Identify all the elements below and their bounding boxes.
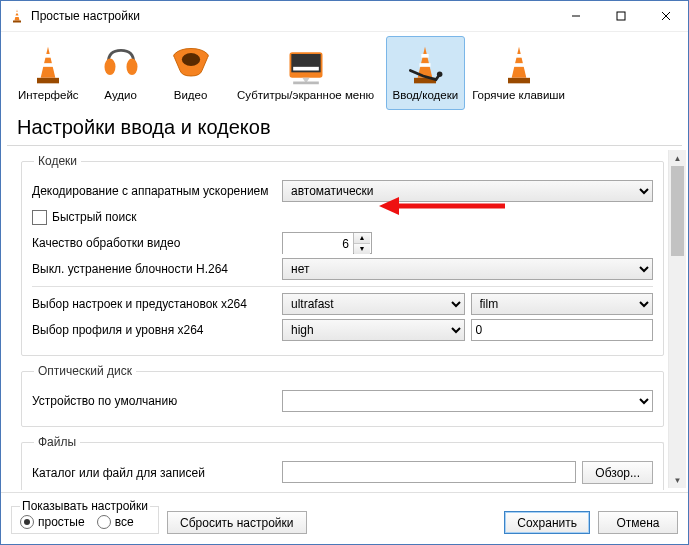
window-title: Простые настройки xyxy=(31,9,553,23)
svg-point-14 xyxy=(181,53,199,66)
video-quality-input[interactable] xyxy=(283,233,353,255)
video-quality-label: Качество обработки видео xyxy=(32,236,282,250)
tab-interface-label: Интерфейс xyxy=(18,89,79,101)
svg-rect-2 xyxy=(15,16,20,18)
svg-point-24 xyxy=(437,71,443,77)
tab-hotkeys-label: Горячие клавиши xyxy=(472,89,565,101)
x264-tune-select[interactable]: film xyxy=(471,293,654,315)
tab-subtitles-label: Субтитры/экранное меню xyxy=(233,89,379,101)
spin-down-icon[interactable]: ▼ xyxy=(354,244,370,254)
svg-rect-9 xyxy=(45,54,52,58)
settings-scroll-area: Кодеки Декодирование с аппаратным ускоре… xyxy=(7,148,668,490)
radio-on-icon xyxy=(20,515,34,529)
radio-all[interactable]: все xyxy=(97,515,134,529)
maximize-button[interactable] xyxy=(598,1,643,31)
svg-marker-8 xyxy=(41,47,56,78)
tab-video[interactable]: Видео xyxy=(156,36,226,110)
audio-icon xyxy=(93,41,149,89)
browse-button[interactable]: Обзор... xyxy=(582,461,653,484)
group-codecs: Кодеки Декодирование с аппаратным ускоре… xyxy=(21,154,664,356)
vlc-cone-icon xyxy=(9,8,25,24)
input-codecs-icon xyxy=(393,41,459,89)
svg-point-13 xyxy=(126,59,137,75)
svg-rect-26 xyxy=(515,54,522,58)
optical-default-select[interactable] xyxy=(282,390,653,412)
scroll-up-icon[interactable]: ▲ xyxy=(669,150,686,166)
close-button[interactable] xyxy=(643,1,688,31)
fast-seek-label: Быстрый поиск xyxy=(52,210,136,224)
group-codecs-legend: Кодеки xyxy=(34,154,81,168)
group-optical: Оптический диск Устройство по умолчанию xyxy=(21,364,664,427)
svg-marker-0 xyxy=(15,10,20,21)
tab-subtitles[interactable]: Субтитры/экранное меню xyxy=(226,36,386,110)
scrollbar-thumb[interactable] xyxy=(671,166,684,256)
x264-level-input[interactable] xyxy=(471,319,654,341)
category-toolbar: Интерфейс Аудио Видео xyxy=(1,32,688,110)
tab-audio[interactable]: Аудио xyxy=(86,36,156,110)
page-heading: Настройки ввода и кодеков xyxy=(17,116,672,139)
x264-profile-label: Выбор профиля и уровня x264 xyxy=(32,323,282,337)
record-dir-label: Каталог или файл для записей xyxy=(32,466,282,480)
group-optical-legend: Оптический диск xyxy=(34,364,136,378)
svg-rect-17 xyxy=(293,67,319,71)
reset-button[interactable]: Сбросить настройки xyxy=(167,511,306,534)
hotkeys-icon xyxy=(472,41,565,89)
save-button[interactable]: Сохранить xyxy=(504,511,590,534)
x264-preset-label: Выбор настроек и предустановок x264 xyxy=(32,297,282,311)
hw-accel-select[interactable]: автоматически xyxy=(282,180,653,202)
radio-off-icon xyxy=(97,515,111,529)
svg-rect-5 xyxy=(617,12,625,20)
preferences-window: Простые настройки Интерфейс xyxy=(0,0,689,545)
tab-interface[interactable]: Интерфейс xyxy=(11,36,86,110)
minimize-button[interactable] xyxy=(553,1,598,31)
x264-profile-select[interactable]: high xyxy=(282,319,465,341)
svg-rect-19 xyxy=(293,82,319,85)
h264-deblock-label: Выкл. устранение блочности H.264 xyxy=(32,262,282,276)
titlebar: Простые настройки xyxy=(1,1,688,32)
group-files: Файлы Каталог или файл для записей Обзор… xyxy=(21,435,664,490)
spin-up-icon[interactable]: ▲ xyxy=(354,233,370,244)
cancel-button[interactable]: Отмена xyxy=(598,511,678,534)
footer: Показывать настройки простые все Сбросит… xyxy=(1,492,688,544)
tab-input-codecs[interactable]: Ввод/кодеки xyxy=(386,36,466,110)
svg-rect-22 xyxy=(420,63,431,67)
svg-rect-3 xyxy=(13,21,21,23)
show-settings-group: Показывать настройки простые все xyxy=(11,499,159,534)
scroll-down-icon[interactable]: ▼ xyxy=(669,472,686,488)
x264-preset-select[interactable]: ultrafast xyxy=(282,293,465,315)
svg-rect-27 xyxy=(513,63,524,67)
svg-marker-25 xyxy=(511,47,526,78)
interface-icon xyxy=(18,41,79,89)
tab-input-codecs-label: Ввод/кодеки xyxy=(393,89,459,101)
optical-default-label: Устройство по умолчанию xyxy=(32,394,282,408)
svg-rect-10 xyxy=(43,63,54,67)
codec-separator xyxy=(32,286,653,287)
group-files-legend: Файлы xyxy=(34,435,80,449)
tab-video-label: Видео xyxy=(163,89,219,101)
tab-audio-label: Аудио xyxy=(93,89,149,101)
radio-all-label: все xyxy=(115,515,134,529)
svg-rect-21 xyxy=(422,54,429,58)
radio-simple[interactable]: простые xyxy=(20,515,85,529)
fast-seek-checkbox[interactable]: Быстрый поиск xyxy=(32,210,136,225)
record-dir-input[interactable] xyxy=(282,461,576,483)
show-settings-legend: Показывать настройки xyxy=(20,499,150,513)
svg-rect-11 xyxy=(37,78,59,84)
radio-simple-label: простые xyxy=(38,515,85,529)
h264-deblock-select[interactable]: нет xyxy=(282,258,653,280)
video-icon xyxy=(163,41,219,89)
tab-hotkeys[interactable]: Горячие клавиши xyxy=(465,36,572,110)
svg-point-12 xyxy=(104,59,115,75)
scrollbar-vertical[interactable]: ▲ ▼ xyxy=(668,150,686,488)
svg-rect-28 xyxy=(508,78,530,84)
video-quality-spin[interactable]: ▲ ▼ xyxy=(282,232,372,254)
subtitles-icon xyxy=(233,41,379,89)
svg-rect-1 xyxy=(16,12,19,14)
hw-accel-label: Декодирование с аппаратным ускорением xyxy=(32,184,282,198)
checkbox-icon xyxy=(32,210,47,225)
